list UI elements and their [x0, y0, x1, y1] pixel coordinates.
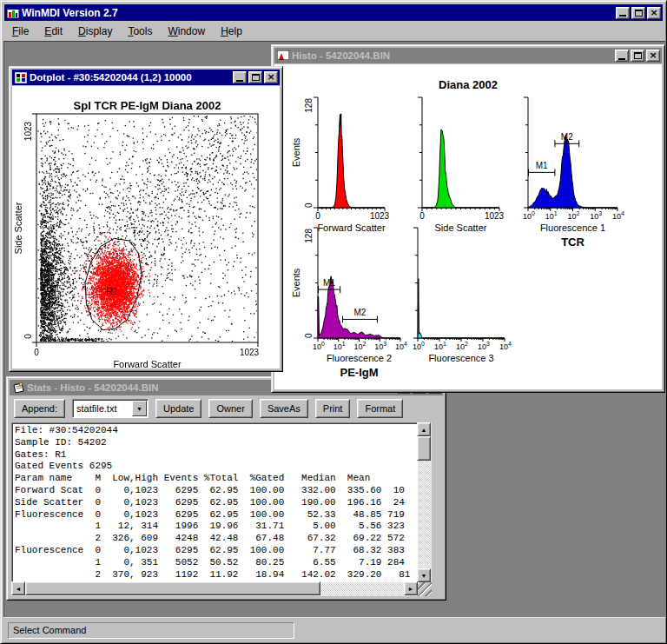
main-window-controls: × — [616, 7, 661, 19]
dotplot-plot-title: Spl TCR PE-IgM Diana 2002 — [74, 99, 221, 112]
minimize-icon — [236, 80, 243, 82]
histogram-curve — [528, 135, 617, 208]
histo-maximize-button[interactable] — [631, 50, 644, 62]
dotplot-close-button[interactable]: × — [264, 71, 278, 83]
dotplot-client-area: Spl TCR PE-IgM Diana 200210230Side Scatt… — [12, 86, 280, 368]
stats-toolbar: Append: statfile.txt ▼ Update Owner Save… — [10, 396, 443, 421]
dotplot-title: Dotplot - #30:54202044 (1,2) 10000 — [30, 72, 230, 83]
stats-report: File: #30:54202044 Sample ID: 54202 Gate… — [11, 422, 418, 582]
minimize-icon — [619, 15, 626, 17]
scroll-up-button[interactable]: ▲ — [417, 422, 431, 436]
histo-window[interactable]: Histo - 54202044.BIN × Diana 20021280Eve… — [271, 44, 665, 393]
triangle-right-icon: ► — [408, 586, 414, 592]
x-axis-label: Forward Scatter — [317, 222, 386, 233]
menu-help[interactable]: Help — [213, 23, 250, 40]
statfile-combobox[interactable]: statfile.txt ▼ — [72, 399, 149, 418]
x-axis-label: Side Scatter — [435, 222, 487, 233]
histo-window-controls: × — [615, 50, 660, 62]
menu-edit[interactable]: Edit — [36, 23, 70, 40]
statusbar: Select Command — [3, 617, 665, 641]
log-tick-label: 102 — [568, 210, 580, 221]
menu-window[interactable]: Window — [160, 23, 213, 40]
horizontal-scroll-thumb[interactable] — [25, 581, 320, 595]
dotplot-axes-overlay: Spl TCR PE-IgM Diana 200210230Side Scatt… — [12, 86, 280, 368]
x-axis-label: Forward Scatter — [113, 359, 182, 368]
close-button[interactable]: × — [647, 7, 661, 19]
dotplot-window-controls: × — [233, 71, 278, 83]
stats-window[interactable]: Stats - Histo - 54202044.BIN × Append: s… — [6, 376, 446, 601]
triangle-down-icon: ▼ — [421, 573, 427, 579]
marker-label: M1 — [536, 161, 548, 170]
minimize-icon — [618, 58, 625, 60]
log-tick-label: 103 — [590, 210, 602, 221]
triangle-left-icon: ◄ — [16, 586, 22, 592]
log-tick-label: 103 — [374, 341, 386, 351]
marker-label: M2 — [561, 132, 573, 142]
stats-client-area: Append: statfile.txt ▼ Update Owner Save… — [10, 396, 443, 597]
x-min-tick-label: 0 — [419, 211, 425, 221]
dotplot-minimize-button[interactable] — [233, 71, 247, 83]
minimize-button[interactable] — [616, 7, 630, 19]
print-button[interactable]: Print — [315, 399, 351, 418]
x-min-tick-label: 0 — [315, 211, 320, 221]
x-axis-label: Fluorescence 1 — [540, 222, 605, 233]
dotplot-window[interactable]: Dotplot - #30:54202044 (1,2) 10000 × Spl… — [9, 66, 283, 372]
histogram-fluorescence-3: 100101102103104Fluorescence 3 — [413, 228, 512, 363]
marker-label: M1 — [323, 278, 335, 288]
log-tick-label: 103 — [478, 341, 490, 351]
menu-tools[interactable]: Tools — [120, 23, 160, 40]
scroll-down-button[interactable]: ▼ — [417, 568, 431, 582]
histo-close-button[interactable]: × — [646, 50, 660, 62]
triangle-up-icon: ▲ — [421, 427, 427, 433]
x-axis-label: Fluorescence 2 — [327, 353, 392, 363]
histo-minimize-button[interactable] — [615, 50, 629, 62]
saveas-button[interactable]: SaveAs — [260, 399, 308, 418]
log-tick-label: 104 — [499, 341, 512, 351]
main-titlebar: WinMDI Version 2.7 × — [4, 4, 663, 21]
update-button[interactable]: Update — [155, 399, 201, 418]
dotplot-frame — [36, 114, 258, 342]
x-max-tick-label: 1023 — [485, 211, 505, 221]
histo-title: Histo - 54202044.BIN — [292, 50, 612, 61]
x-max-tick-label: 1023 — [370, 211, 390, 221]
histogram-curve — [418, 279, 505, 338]
y-axis-label: Side Scatter — [13, 202, 23, 254]
y-max-tick-label: 128 — [304, 229, 314, 243]
maximize-icon — [252, 74, 260, 81]
dotplot-maximize-button[interactable] — [248, 71, 262, 83]
log-tick-label: 104 — [395, 341, 407, 351]
owner-button[interactable]: Owner — [208, 399, 252, 418]
scroll-right-button[interactable]: ► — [404, 581, 418, 595]
app-icon — [6, 7, 19, 19]
close-icon: × — [649, 51, 657, 60]
y-axis-min-tick: 0 — [23, 334, 33, 339]
resize-grip[interactable] — [418, 582, 432, 596]
log-tick-label: 101 — [434, 341, 446, 351]
y-min-tick-label: 0 — [304, 202, 314, 208]
gate-r1-polygon — [85, 238, 142, 329]
menu-file[interactable]: File — [4, 23, 36, 40]
append-button[interactable]: Append: — [14, 399, 65, 418]
log-tick-label: 100 — [313, 341, 325, 351]
log-tick-label: 101 — [545, 210, 558, 221]
maximize-button[interactable] — [631, 7, 645, 19]
histogram-forward-scatter: 1280Events01023Forward Scatter — [291, 97, 390, 233]
vertical-scroll-thumb[interactable] — [417, 436, 431, 461]
histogram-fluorescence-2: 1280Events100101102103104Fluorescence 2P… — [291, 228, 407, 379]
histo-group-title: Diana 2002 — [439, 78, 498, 91]
histogram-curve — [318, 114, 385, 208]
dotplot-icon — [14, 71, 27, 83]
scroll-left-button[interactable]: ◄ — [11, 581, 25, 595]
chevron-down-icon: ▼ — [136, 406, 142, 412]
histogram-side-scatter: 01023Side Scatter — [418, 97, 505, 233]
combobox-dropdown-button[interactable]: ▼ — [132, 401, 147, 416]
menu-display[interactable]: Display — [70, 23, 120, 40]
dotplot-titlebar[interactable]: Dotplot - #30:54202044 (1,2) 10000 × — [12, 70, 280, 85]
stats-horizontal-scrollbar[interactable]: ◄ ► — [11, 582, 418, 596]
histo-titlebar[interactable]: Histo - 54202044.BIN × — [274, 48, 662, 63]
menubar: FileEditDisplayToolsWindowHelp — [4, 23, 663, 40]
stats-vertical-scrollbar[interactable]: ▲ ▼ — [418, 422, 432, 582]
log-tick-label: 104 — [612, 210, 624, 221]
x-axis-min-tick: 0 — [34, 348, 39, 357]
format-button[interactable]: Format — [357, 399, 403, 418]
